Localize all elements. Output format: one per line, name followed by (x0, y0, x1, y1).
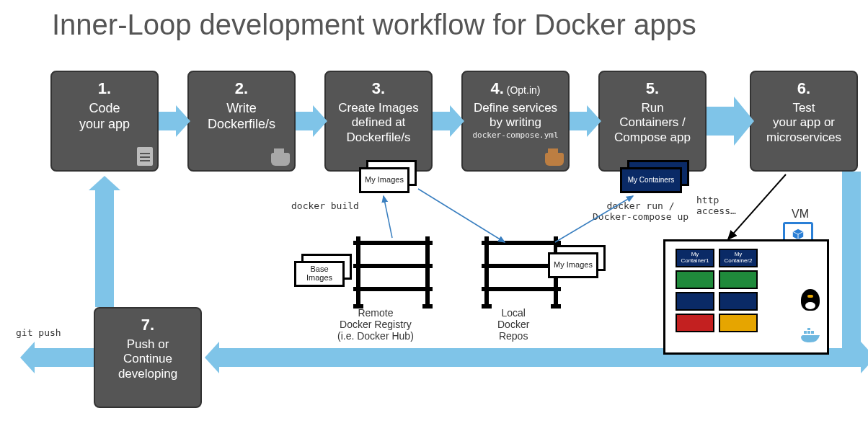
vm-box: My Container1 My Container2 (663, 239, 829, 355)
remote-registry-label: Remote Docker Registry (i.e. Docker Hub) (337, 307, 414, 342)
base-images-card-front: Base Images (294, 261, 345, 287)
vm-cell-gold (719, 314, 758, 332)
my-images-stack-local: My Images (548, 245, 608, 280)
base-images-stack: Base Images (294, 254, 355, 288)
vm-label: VM (792, 208, 809, 221)
step-3-number: 3. (332, 79, 425, 98)
svg-rect-2 (804, 331, 807, 334)
tux-icon (801, 289, 820, 311)
docker-whale-icon (271, 153, 290, 166)
arrow-registry-to-images (384, 196, 392, 238)
vm-column-1: My Container1 (676, 249, 714, 335)
docker-run-label: docker run / Docker-compose up (593, 200, 688, 222)
vm-container-2: My Container2 (719, 249, 758, 267)
step-7-push-continue: 7. Push or Continue developing (94, 307, 202, 408)
vm-cell-red (676, 314, 714, 332)
step-4-number: 4. (491, 79, 504, 97)
document-icon (137, 147, 153, 166)
arrow-1-to-2 (159, 112, 176, 130)
arrow-git-push (35, 348, 94, 367)
step-2-label: Write Dockerfile/s (195, 101, 288, 132)
step-1-number: 1. (58, 79, 151, 98)
vm-cell-navy-2 (719, 292, 758, 311)
diagram-title: Inner-Loop development workflow for Dock… (52, 9, 696, 41)
vm-column-2: My Container2 (719, 249, 758, 335)
my-images-card-front: My Images (359, 167, 409, 193)
step-3-label: Create Images defined at Dockerfile/s (332, 101, 425, 145)
arrow-2-to-3 (296, 112, 313, 130)
my-containers-card-front: My Containers (620, 167, 682, 193)
arrow-loop-vertical-right (842, 172, 861, 366)
step-5-label: Run Containers / Compose app (606, 101, 699, 145)
step-4-define-services: 4. (Opt.in) Define services by writing d… (461, 71, 570, 172)
svg-rect-5 (807, 328, 810, 330)
step-5-number: 5. (606, 79, 699, 98)
git-push-label: git push (16, 327, 61, 338)
vm-cell-green-1 (676, 270, 714, 289)
step-6-test-app: 6. Test your app or microservices (750, 71, 858, 172)
step-1-code-app: 1. Code your app (50, 71, 159, 172)
step-4-number-row: 4. (Opt.in) (469, 79, 562, 98)
step-1-label: Code your app (58, 101, 151, 132)
my-images-stack-top: My Images (359, 160, 420, 195)
my-containers-stack: My Containers (620, 160, 692, 195)
vm-cell-green-2 (719, 270, 758, 289)
arrow-5-to-6 (707, 107, 734, 136)
step-4-label: Define services by writing (469, 101, 562, 130)
step-4-code: docker-compose.yml (469, 130, 562, 140)
arrow-3-to-4 (433, 112, 450, 130)
docker-build-label: docker build (291, 200, 359, 211)
step-6-number: 6. (757, 79, 851, 98)
step-7-number: 7. (101, 316, 195, 334)
vm-container-1: My Container1 (676, 249, 714, 267)
local-repos-label: Local Docker Repos (497, 307, 529, 342)
arrow-loop-up-head (89, 176, 120, 190)
step-2-number: 2. (195, 79, 288, 98)
step-2-write-dockerfile: 2. Write Dockerfile/s (187, 71, 296, 172)
step-6-label: Test your app or microservices (757, 101, 851, 145)
my-images-local-card-front: My Images (548, 252, 598, 278)
step-7-label: Push or Continue developing (101, 337, 195, 381)
arrow-4-to-5 (570, 112, 587, 130)
step-3-create-images: 3. Create Images defined at Dockerfile/s (324, 71, 433, 172)
svg-rect-3 (807, 331, 810, 334)
docker-whale-blue-icon (800, 328, 821, 347)
svg-rect-4 (811, 331, 814, 334)
http-access-label: http access… (696, 195, 736, 216)
arrow-loop-vertical-left (95, 189, 114, 307)
vm-cell-navy-1 (676, 292, 714, 311)
step-5-run-containers: 5. Run Containers / Compose app (598, 71, 707, 172)
step-4-optional: (Opt.in) (504, 84, 541, 96)
arrow-images-to-local (418, 189, 505, 242)
remote-registry-shelf (353, 236, 433, 309)
docker-whale-orange-icon (545, 153, 564, 166)
arrow-test-to-vm (728, 174, 786, 239)
